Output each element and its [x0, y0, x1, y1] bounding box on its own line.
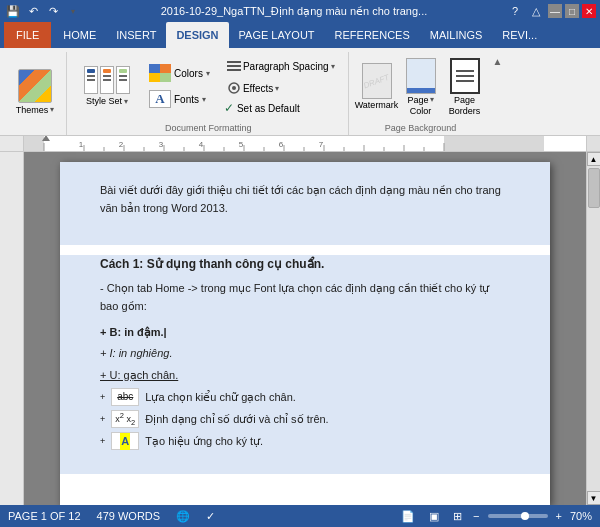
- ribbon-group-page-background: DRAFT Watermark Page ▾ Color: [351, 52, 491, 135]
- doc-item-i: + I: in nghiêng.: [100, 345, 510, 363]
- save-icon[interactable]: 💾: [4, 2, 22, 20]
- quick-access-dropdown-icon[interactable]: ▾: [64, 2, 82, 20]
- fonts-button[interactable]: A Fonts ▾: [145, 88, 214, 110]
- effects-button[interactable]: Effects ▾: [222, 78, 340, 98]
- zoom-slider[interactable]: [488, 514, 548, 518]
- language-icon: 🌐: [176, 510, 190, 523]
- page-color-button[interactable]: Page ▾ Color: [401, 56, 441, 118]
- page-bg-content: DRAFT Watermark Page ▾ Color: [357, 52, 485, 121]
- doc-item-b: + B: in đậm.|: [100, 324, 510, 342]
- svg-rect-1: [227, 65, 241, 67]
- ribbon-collapse-icon[interactable]: △: [527, 2, 545, 20]
- doc-item-strikethrough: + abc Lựa chọn kiểu chữ gạch chân.: [100, 388, 510, 406]
- doc-item-highlight-text: Tạo hiệu ứng cho ký tự.: [145, 433, 263, 451]
- doc-formatting-content: Style Set ▾ Colors ▾: [77, 52, 340, 121]
- ruler-main[interactable]: 1 2 3 4 5 6 7: [24, 136, 586, 151]
- paragraph-spacing-button[interactable]: Paragraph Spacing ▾: [222, 56, 340, 76]
- set-as-default-button[interactable]: ✓ Set as Default: [222, 100, 340, 116]
- page-borders-button[interactable]: Page Borders: [445, 56, 485, 118]
- doc-item-u: + U: gạch chân.: [100, 367, 510, 385]
- document-area: Bài viết dưới đây giới thiệu chi tiết tớ…: [0, 152, 600, 505]
- tab-home[interactable]: HOME: [53, 22, 106, 48]
- undo-icon[interactable]: ↶: [24, 2, 42, 20]
- page-color-dropdown-icon: ▾: [430, 95, 434, 104]
- watermark-label: Watermark: [355, 100, 399, 110]
- page-color-label: Page: [408, 95, 429, 105]
- ribbon-group-themes: Themes ▾: [4, 52, 67, 135]
- document-page: Bài viết dưới đây giới thiệu chi tiết tớ…: [60, 162, 550, 505]
- view-web-button[interactable]: ⊞: [450, 509, 465, 524]
- doc-paragraph-1: Bài viết dưới đây giới thiệu chi tiết tớ…: [100, 182, 510, 217]
- item-marker-3: +: [100, 434, 105, 448]
- document-scrollbar: ▲ ▼: [586, 152, 600, 505]
- para-spacing-icon: [227, 59, 241, 73]
- svg-text:1: 1: [79, 140, 84, 149]
- tab-insert[interactable]: INSERT: [106, 22, 166, 48]
- svg-rect-2: [227, 69, 241, 71]
- page-borders-sublabel: Borders: [449, 106, 481, 116]
- doc-item-superscript: + x2 x2 Định dạng chỉ số dưới và chỉ số …: [100, 410, 510, 428]
- tab-file[interactable]: FILE: [4, 22, 51, 48]
- themes-icon: [18, 69, 52, 103]
- ribbon-collapse[interactable]: ▲: [493, 52, 507, 135]
- set-as-default-label: Set as Default: [237, 103, 300, 114]
- zoom-minus-button[interactable]: −: [473, 510, 479, 522]
- item-marker-1: +: [100, 390, 105, 404]
- colors-button[interactable]: Colors ▾: [145, 62, 214, 84]
- page-borders-label: Page: [454, 95, 475, 105]
- doc-item-superscript-text: Định dạng chỉ số dưới và chỉ số trên.: [145, 411, 328, 429]
- doc-item-highlight: + A Tạo hiệu ứng cho ký tự.: [100, 432, 510, 450]
- fonts-icon: A: [149, 90, 171, 108]
- page-bg-group-label: Page Background: [385, 123, 457, 135]
- redo-icon[interactable]: ↷: [44, 2, 62, 20]
- scroll-down-button[interactable]: ▼: [587, 491, 601, 505]
- tab-review[interactable]: REVI...: [492, 22, 547, 48]
- tab-references[interactable]: REFERENCES: [325, 22, 420, 48]
- page-color-icon: [406, 58, 436, 94]
- ruler-left-margin: [0, 136, 24, 151]
- maximize-button[interactable]: □: [565, 4, 579, 18]
- watermark-button[interactable]: DRAFT Watermark: [357, 61, 397, 112]
- tab-page-layout[interactable]: PAGE LAYOUT: [229, 22, 325, 48]
- effects-dropdown-icon: ▾: [275, 84, 279, 93]
- close-button[interactable]: ✕: [582, 4, 596, 18]
- document-scroll-area[interactable]: Bài viết dưới đây giới thiệu chi tiết tớ…: [24, 152, 586, 505]
- svg-text:2: 2: [119, 140, 124, 149]
- colors-label: Colors: [174, 68, 203, 79]
- fonts-dropdown-icon: ▾: [202, 95, 206, 104]
- scroll-thumb[interactable]: [588, 168, 600, 208]
- para-spacing-dropdown-icon: ▾: [331, 62, 335, 71]
- ruler: 1 2 3 4 5 6 7: [0, 136, 600, 152]
- doc-format-top: Style Set ▾ Colors ▾: [77, 52, 340, 116]
- window-title: 2016-10-29_NgaTTN_Định dạng màu nền cho …: [82, 5, 506, 18]
- effects-label: Effects: [243, 83, 273, 94]
- style-set-label: Style Set: [86, 96, 122, 106]
- tab-design[interactable]: DESIGN: [166, 22, 228, 48]
- minimize-button[interactable]: —: [548, 4, 562, 18]
- svg-point-4: [232, 86, 236, 90]
- ruler-ticks: 1 2 3 4 5 6 7: [24, 136, 586, 151]
- themes-group-content: Themes ▾: [10, 52, 60, 131]
- themes-button[interactable]: Themes ▾: [10, 62, 60, 122]
- svg-text:4: 4: [199, 140, 204, 149]
- themes-label: Themes: [16, 105, 49, 115]
- scroll-up-button[interactable]: ▲: [587, 152, 601, 166]
- highlight-icon: A: [111, 432, 139, 450]
- status-bar: PAGE 1 OF 12 479 WORDS 🌐 ✓ 📄 ▣ ⊞ − + 70%: [0, 505, 600, 527]
- quick-access-toolbar: 💾 ↶ ↷ ▾: [4, 2, 82, 20]
- style-set-button[interactable]: Style Set ▾: [77, 56, 137, 116]
- zoom-thumb[interactable]: [521, 512, 529, 520]
- tab-mailings[interactable]: MAILINGS: [420, 22, 493, 48]
- window-controls: ? △ — □ ✕: [506, 2, 596, 20]
- doc-paragraph-2: - Chọn tab Home -> trong mục Font lựa ch…: [100, 280, 510, 315]
- paragraph-spacing-label: Paragraph Spacing: [243, 61, 329, 72]
- help-icon[interactable]: ?: [506, 2, 524, 20]
- ribbon-body: Themes ▾: [0, 48, 600, 136]
- collapse-arrow-icon: ▲: [493, 56, 503, 67]
- title-bar: 💾 ↶ ↷ ▾ 2016-10-29_NgaTTN_Định dạng màu …: [0, 0, 600, 22]
- fonts-label: Fonts: [174, 94, 199, 105]
- view-read-button[interactable]: 📄: [398, 509, 418, 524]
- style-set-dropdown-icon: ▾: [124, 97, 128, 106]
- view-print-button[interactable]: ▣: [426, 509, 442, 524]
- zoom-plus-button[interactable]: +: [556, 510, 562, 522]
